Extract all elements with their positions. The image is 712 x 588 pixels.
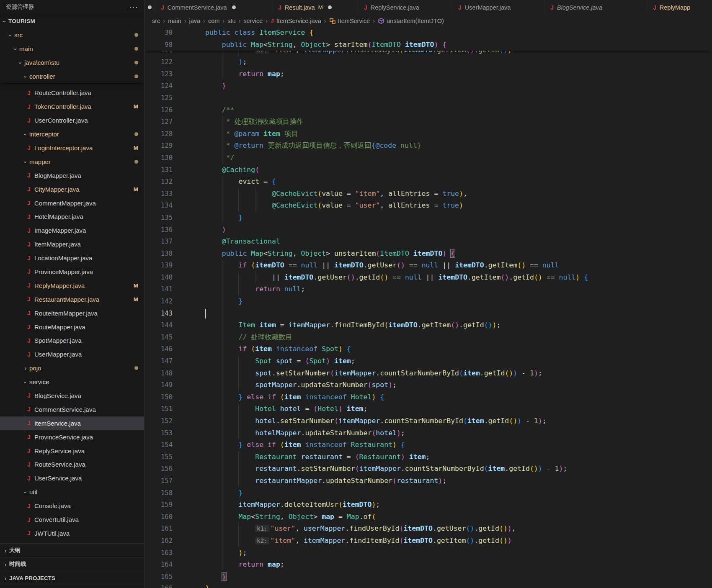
- tree-item-RouteController-java[interactable]: JRouteController.java: [0, 86, 144, 100]
- tree-item-ImageMapper-java[interactable]: JImageMapper.java: [0, 223, 144, 237]
- code-line-166[interactable]: 166}: [144, 583, 712, 588]
- code-line-134[interactable]: 134 @CacheEvict(value = "user", allEntri…: [144, 200, 712, 212]
- tree-item-RestaurantMapper-java[interactable]: JRestaurantMapper.javaM: [0, 293, 144, 306]
- sidebar-section-大纲[interactable]: ›大纲: [0, 543, 144, 557]
- breadcrumb-item-stu[interactable]: stu: [227, 18, 235, 24]
- tree-item-ProvinceMapper-java[interactable]: JProvinceMapper.java: [0, 265, 144, 279]
- tab-CommentService.java[interactable]: JCommentService.java: [155, 0, 272, 15]
- tab-ReplyMapp[interactable]: JReplyMapp: [647, 0, 712, 15]
- code-line-131[interactable]: 131 @Caching(: [144, 164, 712, 176]
- tree-item-java-com-stu[interactable]: ›java\com\stu: [0, 56, 144, 69]
- code-line-158[interactable]: 158 }: [144, 487, 712, 499]
- tree-item-BlogService-java[interactable]: JBlogService.java: [0, 389, 144, 403]
- breadcrumb-item-src[interactable]: src: [152, 18, 160, 24]
- code-line-128[interactable]: 128 * @param item 项目: [144, 128, 712, 140]
- tree-item-CityMapper-java[interactable]: JCityMapper.javaM: [0, 182, 144, 196]
- code-line-136[interactable]: 136 ): [144, 224, 712, 236]
- code-line-159[interactable]: 159 itemMapper.deleteItemUsr(itemDTO);: [144, 499, 712, 511]
- tree-item-src[interactable]: ›src: [0, 28, 144, 42]
- more-actions-icon[interactable]: ···: [129, 3, 138, 12]
- tree-item-LoginInterceptor-java[interactable]: JLoginInterceptor.javaM: [0, 141, 144, 155]
- code-editor[interactable]: 30public class ItemService {98 public Ma…: [144, 27, 712, 588]
- code-line-143[interactable]: 143: [144, 308, 712, 320]
- code-line-142[interactable]: 142 }: [144, 295, 712, 308]
- tree-item-util[interactable]: ›util: [0, 485, 144, 499]
- code-line-132[interactable]: 132 evict = {: [144, 176, 712, 188]
- code-line-123[interactable]: 123 return map;: [144, 68, 712, 80]
- code-line-129[interactable]: 129 * @return 更新成功返回项目信息，否则返回{@code null…: [144, 140, 712, 152]
- tree-item-RouteService-java[interactable]: JRouteService.java: [0, 458, 144, 472]
- breadcrumb-item-service[interactable]: service: [243, 18, 263, 24]
- tree-item-UserMapper-java[interactable]: JUserMapper.java: [0, 347, 144, 361]
- code-line-124[interactable]: 124 }: [144, 80, 712, 92]
- tree-item-RouteItemMapper-java[interactable]: JRouteItemMapper.java: [0, 306, 144, 320]
- code-line-156[interactable]: 156 restaurant.setStarNumber(itemMapper.…: [144, 463, 712, 475]
- code-line-137[interactable]: 137 @Transactional: [144, 236, 712, 248]
- code-line-122[interactable]: 122 );: [144, 56, 712, 68]
- breadcrumb-item-ItemService.java[interactable]: JItemService.java: [271, 18, 321, 24]
- code-line-164[interactable]: 164 return map;: [144, 559, 712, 571]
- code-line-135[interactable]: 135 }: [144, 212, 712, 224]
- code-line-98[interactable]: 98 public Map<String, Object> starItem(I…: [144, 39, 712, 51]
- code-line-141[interactable]: 141 return null;: [144, 283, 712, 295]
- code-line-130[interactable]: 130 */: [144, 152, 712, 164]
- tab-scrolled-sliver[interactable]: [144, 0, 155, 15]
- tree-item-JWTUtil-java[interactable]: JJWTUtil.java: [0, 526, 144, 540]
- sidebar-section-时间线[interactable]: ›时间线: [0, 557, 144, 571]
- breadcrumb-item-com[interactable]: com: [208, 18, 219, 24]
- tree-item-TOURISM[interactable]: ›TOURISM: [0, 14, 144, 28]
- tree-item-ConvertUtil-java[interactable]: JConvertUtil.java: [0, 513, 144, 526]
- code-line-152[interactable]: 152 hotel.setStarNumber(itemMapper.count…: [144, 415, 712, 427]
- breadcrumb-item-main[interactable]: main: [168, 18, 181, 24]
- code-line-126[interactable]: 126 /**: [144, 104, 712, 116]
- tree-item-CommentService-java[interactable]: JCommentService.java: [0, 403, 144, 416]
- tree-item-controller[interactable]: ›controller: [0, 69, 144, 83]
- tree-item-HotelMapper-java[interactable]: JHotelMapper.java: [0, 210, 144, 223]
- code-line-161[interactable]: 161 k1:"user", userMapper.findUserById(i…: [144, 523, 712, 535]
- sidebar-section-JAVA PROJECTS[interactable]: ›JAVA PROJECTS: [0, 571, 144, 585]
- code-line-154[interactable]: 154 } else if (item instanceof Restauran…: [144, 439, 712, 451]
- code-line-127[interactable]: 127 * 处理取消收藏项目操作: [144, 116, 712, 128]
- tree-item-ItemMapper-java[interactable]: JItemMapper.java: [0, 237, 144, 251]
- tree-item-pojo[interactable]: ›pojo: [0, 361, 144, 375]
- code-line-160[interactable]: 160 Map<String, Object> map = Map.of(: [144, 511, 712, 523]
- code-line-147[interactable]: 147 Spot spot = (Spot) item;: [144, 355, 712, 367]
- code-line-151[interactable]: 151 Hotel hotel = (Hotel) item;: [144, 403, 712, 415]
- code-line-140[interactable]: 140 || itemDTO.getUser().getId() == null…: [144, 272, 712, 284]
- code-line-133[interactable]: 133 @CacheEvict(value = "item", allEntri…: [144, 188, 712, 200]
- breadcrumb-item-ItemService[interactable]: ItemService: [329, 18, 370, 24]
- tree-item-CommentMapper-java[interactable]: JCommentMapper.java: [0, 196, 144, 210]
- code-line-145[interactable]: 145 // 处理收藏数目: [144, 331, 712, 344]
- tree-item-LocationMapper-java[interactable]: JLocationMapper.java: [0, 251, 144, 265]
- tab-UserMapper.java[interactable]: JUserMapper.java: [452, 0, 544, 15]
- code-line-149[interactable]: 149 spotMapper.updateStarNumber(spot);: [144, 379, 712, 391]
- tab-ReplyService.java[interactable]: JReplyService.java: [358, 0, 452, 15]
- breadcrumb-item-java[interactable]: java: [189, 18, 200, 24]
- tree-item-UserService-java[interactable]: JUserService.java: [0, 471, 144, 485]
- code-line-150[interactable]: 150 } else if (item instanceof Hotel) {: [144, 391, 712, 403]
- tree-item-service[interactable]: ›service: [0, 375, 144, 389]
- code-line-162[interactable]: 162 k2:"item", itemMapper.findItemById(i…: [144, 535, 712, 547]
- tree-item-BlogMapper-java[interactable]: JBlogMapper.java: [0, 169, 144, 182]
- code-line-157[interactable]: 157 restaurantMapper.updateStarNumber(re…: [144, 475, 712, 487]
- code-line-146[interactable]: 146 if (item instanceof Spot) {: [144, 343, 712, 355]
- tree-item-Console-java[interactable]: JConsole.java: [0, 499, 144, 513]
- tree-item-ItemService-java[interactable]: JItemService.java: [0, 416, 144, 430]
- tree-item-ReplyService-java[interactable]: JReplyService.java: [0, 444, 144, 458]
- tree-item-RouteMapper-java[interactable]: JRouteMapper.java: [0, 320, 144, 334]
- code-line-163[interactable]: 163 );: [144, 547, 712, 559]
- tree-item-UserController-java[interactable]: JUserController.java: [0, 113, 144, 127]
- tree-item-SpotMapper-java[interactable]: JSpotMapper.java: [0, 334, 144, 347]
- code-line-144[interactable]: 144 Item item = itemMapper.findItemById(…: [144, 319, 712, 331]
- tab-BlogService.java[interactable]: JBlogService.java: [544, 0, 647, 15]
- code-line-155[interactable]: 155 Restaurant restaurant = (Restaurant)…: [144, 451, 712, 463]
- code-line-165[interactable]: 165 }: [144, 571, 712, 583]
- tree-item-mapper[interactable]: ›mapper: [0, 155, 144, 169]
- code-line-138[interactable]: 138 public Map<String, Object> unstarIte…: [144, 248, 712, 260]
- code-line-30[interactable]: 30public class ItemService {: [144, 27, 712, 39]
- code-line-148[interactable]: 148 spot.setStarNumber(itemMapper.countS…: [144, 367, 712, 380]
- code-line-125[interactable]: 125: [144, 92, 712, 104]
- breadcrumb-item-unstarItem(ItemDTO)[interactable]: unstarItem(ItemDTO): [378, 18, 444, 24]
- tree-item-TokenController-java[interactable]: JTokenController.javaM: [0, 100, 144, 113]
- code-line-121[interactable]: 121 k2:"item", itemMapper.findItemById(i…: [144, 51, 712, 56]
